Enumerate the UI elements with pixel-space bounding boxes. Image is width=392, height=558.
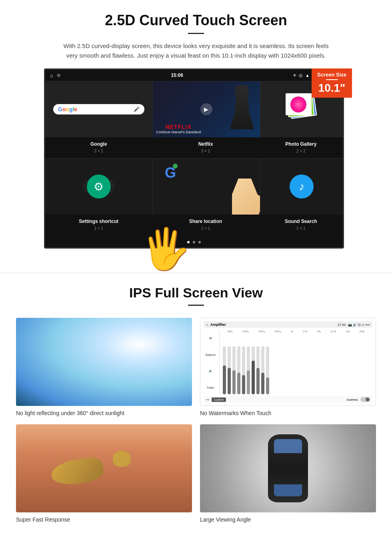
amp-icons: 📷 🔊 ⊡ ▭ ⟵ (348, 323, 370, 327)
amp-speaker-icon: 🔊 (209, 369, 212, 373)
section-curved-screen: 2.5D Curved Touch Screen With 2.5D curve… (0, 0, 392, 257)
amp-time: 17:33 (338, 323, 346, 327)
device-container: Screen Size 10.1" ⌂ ⚛ 15:06 ✳ ◎ ▲ 📷 🔊 ⊡ (44, 68, 348, 249)
badge-size: 10.1" (317, 82, 346, 94)
loudness-toggle[interactable] (360, 397, 370, 402)
toggle-knob (366, 397, 370, 401)
settings-icon: ⚙ (87, 175, 111, 199)
amplifier-label: No Watermarks When Touch (200, 410, 376, 416)
app-cell-netflix: ▶ NETFLIX Continue Marvel's Daredevil (153, 81, 260, 137)
car-top-view (268, 434, 308, 502)
music-note-icon: ♪ (290, 175, 314, 199)
hand-image (232, 179, 260, 215)
slider-6 (247, 346, 250, 394)
sunlight-label: No light reflecting under 360° direct su… (16, 410, 192, 416)
maps-icon: G (165, 165, 176, 181)
home-icon: ⌂ (50, 72, 53, 78)
app-labels-row2: Settings shortcut 1 × 1 Share location 1… (45, 215, 343, 235)
netflix-overlay: NETFLIX Continue Marvel's Daredevil (156, 124, 201, 134)
slider-7 (252, 346, 255, 394)
status-bar-left: ⌂ ⚛ (50, 72, 61, 78)
settings-thumbnail: ⚙⚙ ⚙ (45, 159, 152, 215)
netflix-logo: NETFLIX (156, 124, 201, 130)
settings-label-cell: Settings shortcut 1 × 1 (45, 217, 152, 233)
dot-2 (193, 241, 195, 243)
amp-sliders: 60hz 100hz 200hz 500hz 1k 2.5k 10k 12.5k… (220, 330, 372, 394)
slider-5 (242, 346, 245, 394)
freq-60hz: 60hz (228, 330, 233, 333)
amp-left-panel: ⚌ Balance 🔊 Fader (204, 330, 220, 394)
sound-app-size: 1 × 1 (296, 226, 306, 231)
freq-10k: 10k (317, 330, 321, 333)
netflix-thumbnail: ▶ NETFLIX Continue Marvel's Daredevil (153, 81, 260, 137)
location-icon: ◎ (299, 73, 303, 78)
amp-body: ⚌ Balance 🔊 Fader 60hz 100hz 200hz 500hz… (204, 330, 372, 394)
section2-title: IPS Full Screen View (16, 285, 376, 301)
slider-10 (266, 346, 269, 394)
section1-title: 2.5D Curved Touch Screen (24, 12, 368, 29)
flower-image (290, 96, 306, 112)
netflix-subtitle: Continue Marvel's Daredevil (156, 130, 201, 134)
freq-500hz: 500hz (275, 330, 281, 333)
cheetah-image (16, 424, 192, 512)
amp-title: Amplifier (210, 323, 226, 327)
cheetah-label: Super Fast Response (16, 516, 192, 523)
freq-2k5: 2.5k (303, 330, 307, 333)
sound-thumbnail: ♪ (260, 159, 343, 215)
google-search-bar[interactable]: Google 🎤 (53, 104, 144, 114)
bluetooth-icon: ✳ (293, 73, 296, 78)
freq-12k5: 12.5k (330, 330, 336, 333)
feature-amplifier: ⌂ Amplifier 17:33 📷 🔊 ⊡ ▭ ⟵ ⚌ Balance 🔊 … (200, 318, 376, 416)
google-logo: Google (58, 106, 77, 112)
google-app-size: 3 × 1 (94, 149, 103, 153)
cheetah-body (50, 455, 105, 488)
home-icon-amp: ⌂ (206, 323, 208, 327)
freq-1k: 1k (291, 330, 293, 333)
sound-app-name: Sound Search (262, 219, 340, 224)
settings-app-size: 1 × 1 (94, 226, 103, 231)
app-cell-sound: ♪ (260, 159, 343, 215)
amp-balance-label: Balance (206, 353, 216, 356)
section-ips: IPS Full Screen View No light reflecting… (0, 285, 392, 539)
car-windshield (274, 439, 302, 453)
app-cell-share: G (153, 159, 260, 215)
section-divider (0, 273, 392, 273)
app-cell-google: Google 🎤 (45, 81, 153, 137)
app-row-top: Google 🎤 ▶ NETFLIX Continue (45, 81, 343, 137)
play-button[interactable]: ▶ (200, 103, 212, 115)
amp-fader-label: Fader (207, 386, 214, 389)
gallery-label-cell: Photo Gallery 2 × 2 (259, 140, 343, 156)
screen-size-badge: Screen Size 10.1" (312, 68, 352, 98)
section1-description: With 2.5D curved-display screen, this de… (60, 41, 332, 60)
status-bar: ⌂ ⚛ 15:06 ✳ ◎ ▲ 📷 🔊 ⊡ ▭ (45, 70, 343, 81)
netflix-app-size: 3 × 2 (201, 149, 210, 153)
dot-1 (187, 241, 190, 243)
photo-card-front (286, 93, 312, 115)
slider-4 (237, 346, 240, 394)
freq-100hz: 100hz (242, 330, 249, 333)
android-screen: ⌂ ⚛ 15:06 ✳ ◎ ▲ 📷 🔊 ⊡ ▭ (44, 68, 344, 249)
custom-button[interactable]: Custom (212, 397, 226, 402)
photo-stack (286, 93, 318, 125)
sound-label-cell: Sound Search 1 × 1 (259, 217, 343, 233)
amplifier-image: ⌂ Amplifier 17:33 📷 🔊 ⊡ ▭ ⟵ ⚌ Balance 🔊 … (200, 318, 376, 406)
car-image (200, 424, 376, 512)
amp-equalizer-icon: ⚌ (209, 335, 212, 340)
mic-icon: 🎤 (134, 106, 140, 112)
car-label: Large Viewing Angle (200, 516, 376, 523)
feature-car: Large Viewing Angle (200, 424, 376, 523)
app-labels-row1: Google 3 × 1 Netflix 3 × 2 Photo Gallery… (45, 137, 343, 158)
google-app-name: Google (48, 141, 149, 147)
freq-15k: 15k (346, 330, 350, 333)
badge-divider (326, 79, 338, 80)
amp-freq-labels: 60hz 100hz 200hz 500hz 1k 2.5k 10k 12.5k… (223, 330, 369, 333)
settings-app-name: Settings shortcut (48, 219, 149, 224)
freq-sub: SUB (360, 330, 364, 333)
title-divider (188, 33, 204, 34)
slider-2 (228, 346, 231, 394)
share-app-size: 1 × 1 (201, 226, 210, 231)
badge-label: Screen Size (317, 72, 346, 78)
netflix-label-cell: Netflix 3 × 2 (152, 140, 259, 156)
share-label-cell: Share location 1 × 1 (152, 217, 259, 233)
loudness-label: loudness (347, 398, 358, 401)
